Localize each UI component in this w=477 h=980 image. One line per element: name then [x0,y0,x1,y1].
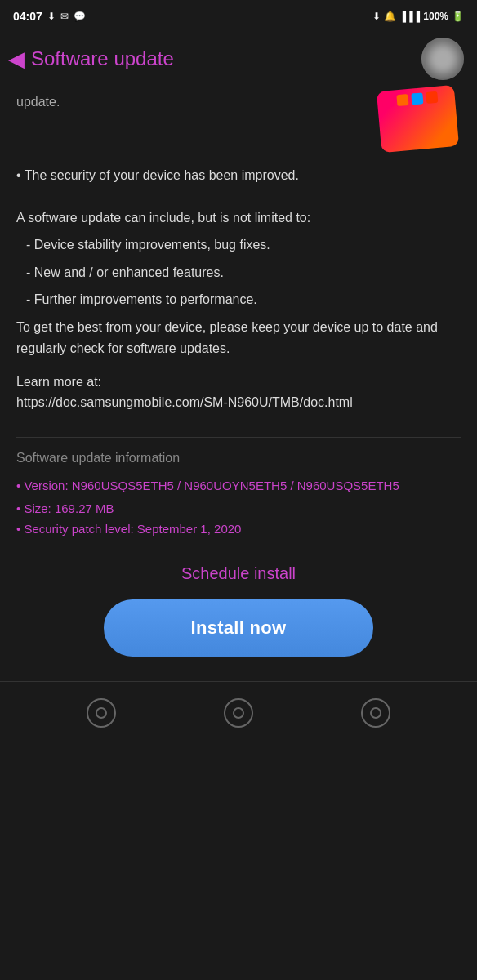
nav-icon-2 [233,707,244,719]
back-button[interactable]: ◀ [8,48,25,69]
phone-mock [377,85,459,153]
nav-icon-1 [96,707,107,719]
main-content: update. • The security of your device ha… [0,88,477,657]
sms-icon: ✉ [60,11,69,22]
install-now-button[interactable]: Install now [104,599,373,657]
feature-item-2: - New and / or enhanced features. [16,262,461,283]
app-header: ◀ Software update [0,29,477,88]
nav-button-2[interactable] [224,698,253,728]
samsung-link[interactable]: https://doc.samsungmobile.com/SM-N960U/T… [16,395,353,409]
download-icon: ⬇ [47,11,56,22]
size-label: • Size: 169.27 MB [16,498,461,519]
top-section: update. [16,88,461,154]
phone-image [379,88,461,154]
nav-icon-3 [370,707,381,719]
status-left: 04:07 ⬇ ✉ 💬 [13,10,86,23]
schedule-section: Schedule install [16,564,461,583]
intro-text: A software update can include, but is no… [16,207,461,229]
learn-more-label: Learn more at: [16,375,461,390]
keep-updated-text: To get the best from your device, please… [16,317,461,359]
signal-icon: ▐▐▐ [399,11,421,22]
feature-item-1: - Device stability improvements, bug fix… [16,234,461,256]
status-bar: 04:07 ⬇ ✉ 💬 ⬇ 🔔 ▐▐▐ 100% 🔋 [0,0,477,29]
bottom-nav [0,681,477,752]
dot-2 [396,94,408,106]
nav-button-3[interactable] [361,698,390,728]
avatar[interactable] [421,38,464,80]
avatar-image [421,38,464,80]
battery-icon: 🔋 [452,11,464,22]
partial-update-text: update. [16,88,60,109]
divider-1 [16,437,461,438]
battery-level: 100% [423,11,448,22]
nav-button-1[interactable] [87,698,116,728]
page-title: Software update [31,47,174,70]
info-section-title: Software update information [16,451,461,466]
body-section: • The security of your device has been i… [16,165,461,359]
messenger-icon: 💬 [74,11,86,22]
status-time: 04:07 [13,10,42,23]
bluetooth-icon: ⬇ [372,11,381,22]
schedule-install-button[interactable]: Schedule install [181,564,296,583]
update-info-section: Software update information • Version: N… [16,451,461,540]
header-left: ◀ Software update [8,47,174,70]
security-bullet: • The security of your device has been i… [16,165,461,186]
feature-item-3: - Further improvements to performance. [16,289,461,310]
dot-3 [411,92,423,105]
status-right-icons: ⬇ 🔔 ▐▐▐ 100% 🔋 [372,11,464,22]
alarm-icon: 🔔 [384,11,396,22]
install-section: Install now [16,599,461,657]
security-patch-label: • Security patch level: September 1, 202… [16,519,461,540]
dot-1 [381,96,394,108]
link-section: Learn more at: https://doc.samsungmobile… [16,375,461,412]
dot-4 [426,91,438,104]
version-label: • Version: N960USQS5ETH5 / N960UOYN5ETH5… [16,475,461,497]
